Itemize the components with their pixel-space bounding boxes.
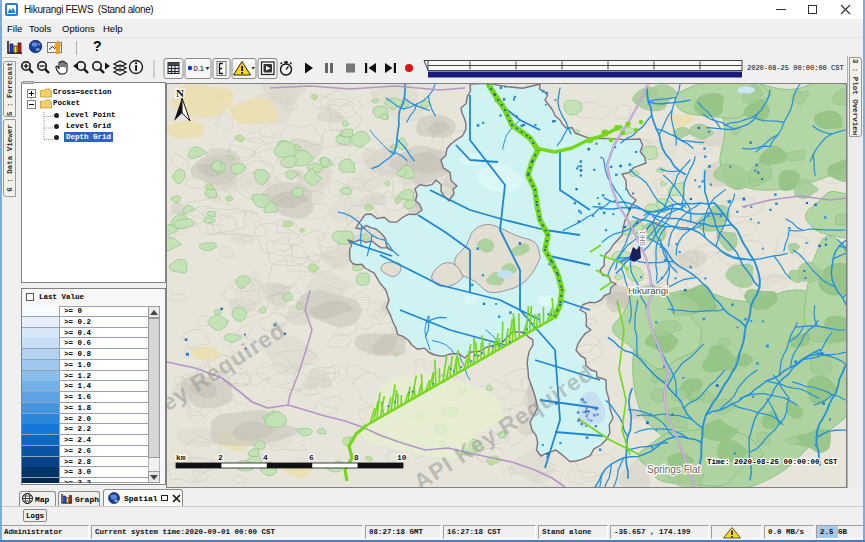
svg-text:0.1: 0.1 bbox=[194, 64, 204, 73]
svg-text:2020-08-25 00:00:00 CST: 2020-08-25 00:00:00 CST bbox=[747, 64, 844, 72]
